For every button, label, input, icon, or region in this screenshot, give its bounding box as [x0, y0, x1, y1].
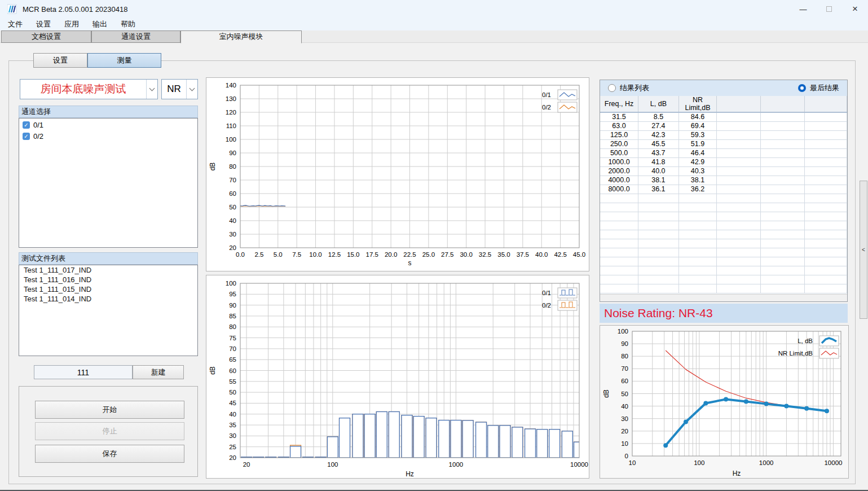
table-row[interactable]: 8000.036.136.2: [600, 185, 847, 194]
subtab-measure[interactable]: 测量: [87, 53, 161, 68]
table-cell: [805, 176, 847, 185]
table-cell: [600, 221, 638, 230]
menu-item-1[interactable]: 设置: [30, 18, 56, 30]
radio-result-list[interactable]: 结果列表: [608, 83, 649, 93]
radio-last-result[interactable]: 最后结果: [798, 83, 839, 93]
svg-text:22.5: 22.5: [403, 251, 416, 258]
panel-collapse-splitter[interactable]: <: [860, 181, 867, 319]
svg-text:12.5: 12.5: [328, 251, 341, 258]
table-row[interactable]: [600, 203, 847, 212]
tab-1[interactable]: 通道设置: [91, 30, 180, 43]
minimize-button[interactable]: —: [790, 0, 816, 18]
table-row[interactable]: [600, 248, 847, 257]
checkbox-checked-icon[interactable]: ✓: [23, 121, 30, 129]
table-row[interactable]: [600, 257, 847, 266]
table-row[interactable]: 63.027.469.4: [600, 121, 847, 130]
table-row[interactable]: 1000.041.842.9: [600, 157, 847, 166]
rating-dropdown-button[interactable]: [186, 80, 197, 99]
rating-combobox[interactable]: NR: [161, 79, 198, 99]
table-row[interactable]: [600, 266, 847, 275]
file-list-item-1[interactable]: Test 1_111_016_IND: [19, 275, 197, 284]
table-cell: [761, 230, 805, 239]
subtab-settings[interactable]: 设置: [33, 53, 87, 68]
radio-icon[interactable]: [608, 84, 616, 92]
table-row[interactable]: [600, 275, 847, 284]
test-name-input[interactable]: [34, 365, 133, 379]
svg-text:15.0: 15.0: [347, 251, 359, 258]
table-cell: [678, 203, 717, 212]
channel-label: 0/2: [33, 132, 43, 141]
svg-text:35.0: 35.0: [497, 251, 510, 258]
file-list-item-3[interactable]: Test 1_111_014_IND: [19, 294, 197, 304]
table-cell: [761, 257, 805, 266]
menu-item-0[interactable]: 文件: [2, 18, 28, 30]
svg-text:0/1: 0/1: [542, 91, 551, 98]
table-cell: [805, 139, 847, 148]
test-file-listbox[interactable]: Test 1_111_017_INDTest 1_111_016_INDTest…: [19, 265, 198, 356]
menu-item-3[interactable]: 输出: [87, 18, 113, 30]
table-row[interactable]: 500.043.746.4: [600, 148, 847, 157]
table-row[interactable]: [600, 284, 847, 293]
radio-icon-selected[interactable]: [798, 84, 806, 92]
svg-text:10000: 10000: [570, 461, 588, 468]
table-cell: [761, 139, 805, 148]
table-cell: 2000.0: [600, 166, 638, 176]
table-cell: [805, 130, 847, 139]
close-button[interactable]: ×: [842, 0, 868, 18]
tab-0[interactable]: 文档设置: [1, 30, 91, 43]
channel-row-0[interactable]: ✓0/1: [23, 120, 197, 130]
table-row[interactable]: [600, 230, 847, 239]
table-row[interactable]: [600, 194, 847, 203]
table-cell: [678, 257, 717, 266]
svg-text:110: 110: [226, 122, 236, 129]
table-cell: [761, 166, 805, 176]
results-table[interactable]: Freq., HzL, dBNR Limit,dB31.58.584.663.0…: [600, 96, 847, 293]
table-row[interactable]: 2000.040.040.3: [600, 166, 847, 176]
table-cell: [805, 257, 847, 266]
file-list-item-0[interactable]: Test 1_111_017_IND: [19, 265, 197, 275]
new-button[interactable]: 新建: [133, 365, 184, 379]
table-row[interactable]: [600, 239, 847, 248]
svg-text:80: 80: [621, 353, 628, 360]
start-button[interactable]: 开始: [35, 401, 184, 419]
table-cell: 125.0: [600, 130, 638, 139]
table-row[interactable]: [600, 221, 847, 230]
test-type-combobox[interactable]: 房间本底噪声测试: [20, 79, 158, 99]
radio-result-list-label: 结果列表: [620, 83, 649, 93]
channel-listbox[interactable]: ✓0/1✓0/2: [19, 118, 198, 248]
tab-2[interactable]: 室内噪声模块: [180, 30, 302, 43]
table-cell: [805, 185, 847, 194]
table-cell: [638, 212, 679, 221]
menu-bar: 文件设置应用输出帮助: [0, 18, 868, 30]
app-window: MCR Beta 2.05.0.001 20230418 — × 文件设置应用输…: [0, 0, 868, 491]
svg-text:120: 120: [226, 109, 236, 116]
svg-text:40: 40: [229, 411, 236, 418]
table-row[interactable]: 250.045.551.9: [600, 139, 847, 148]
svg-text:30: 30: [229, 432, 236, 439]
channel-row-1[interactable]: ✓0/2: [23, 131, 197, 141]
maximize-button[interactable]: [816, 0, 842, 18]
save-button[interactable]: 保存: [35, 445, 184, 463]
svg-text:0.0: 0.0: [236, 251, 245, 258]
svg-text:dB: dB: [209, 163, 217, 171]
table-cell: [717, 239, 761, 248]
table-cell: [600, 212, 638, 221]
title-bar: MCR Beta 2.05.0.001 20230418 — ×: [0, 0, 868, 18]
table-cell: [805, 194, 847, 203]
results-panel: 结果列表 最后结果 Freq., HzL, dBNR Limit,dB31.58…: [600, 80, 848, 302]
table-row[interactable]: 125.042.359.3: [600, 130, 847, 139]
menu-item-4[interactable]: 帮助: [115, 18, 141, 30]
table-row[interactable]: [600, 212, 847, 221]
stop-button[interactable]: 停止: [35, 422, 184, 440]
menu-item-2[interactable]: 应用: [59, 18, 85, 30]
svg-text:1000: 1000: [449, 461, 464, 468]
table-cell: [761, 275, 805, 284]
file-list-item-2[interactable]: Test 1_111_015_IND: [19, 284, 197, 294]
svg-text:1000: 1000: [759, 459, 774, 466]
table-row[interactable]: 4000.038.138.1: [600, 176, 847, 185]
test-type-dropdown-button[interactable]: [146, 80, 157, 99]
svg-text:0/2: 0/2: [542, 302, 551, 309]
app-icon: [7, 4, 17, 14]
table-row[interactable]: 31.58.584.6: [600, 112, 847, 121]
checkbox-checked-icon[interactable]: ✓: [23, 133, 30, 140]
